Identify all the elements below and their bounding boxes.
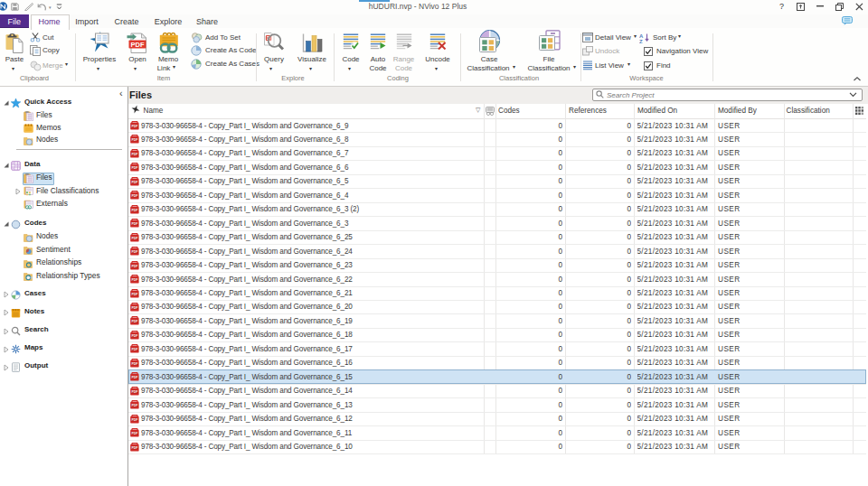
svg-text:PDF: PDF [132, 138, 138, 142]
svg-text:PDF: PDF [132, 306, 138, 310]
svg-text:PDF: PDF [132, 292, 138, 295]
svg-text:PDF: PDF [132, 334, 138, 338]
svg-text:PDF: PDF [132, 264, 138, 267]
svg-text:PDF: PDF [131, 41, 145, 49]
svg-text:PDF: PDF [132, 320, 138, 323]
svg-text:PDF: PDF [132, 278, 138, 282]
svg-text:PDF: PDF [132, 209, 138, 212]
svg-text:PDF: PDF [132, 125, 138, 128]
svg-text:PDF: PDF [132, 166, 138, 170]
svg-text:PDF: PDF [132, 194, 138, 198]
svg-text:PDF: PDF [132, 181, 138, 184]
svg-text:PDF: PDF [132, 153, 138, 156]
svg-text:PDF: PDF [132, 376, 138, 379]
svg-text:PDF: PDF [132, 250, 138, 254]
svg-text:PDF: PDF [132, 445, 138, 449]
svg-text:PDF: PDF [132, 222, 138, 226]
svg-text:PDF: PDF [132, 404, 138, 407]
svg-text:PDF: PDF [132, 390, 138, 394]
svg-text:Z: Z [639, 39, 643, 44]
svg-text:PDF: PDF [132, 418, 138, 422]
svg-text:PDF: PDF [132, 432, 138, 435]
svg-text:PDF: PDF [132, 237, 138, 240]
svg-text:PDF: PDF [132, 362, 138, 366]
svg-text:PDF: PDF [132, 348, 138, 351]
